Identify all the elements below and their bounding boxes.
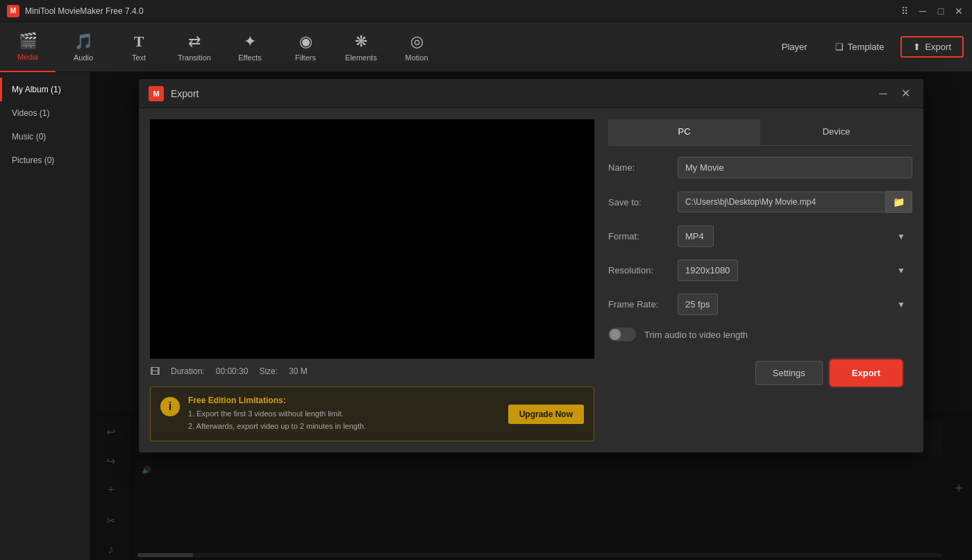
sidebar-item-music[interactable]: Music (0) — [0, 125, 90, 149]
content-area: on the timeline ↩ ↪ ＋ ✂ ♪ 🔊 — [90, 72, 972, 560]
media-icon: 🎬 — [19, 32, 37, 50]
sidebar: My Album (1) Videos (1) Music (0) Pictur… — [0, 72, 90, 560]
dialog-header: M Export ─ ✕ — [139, 79, 923, 108]
main-layout: My Album (1) Videos (1) Music (0) Pictur… — [0, 72, 972, 560]
resolution-row: Resolution: 1920x1080 1280x720 3840x2160… — [608, 260, 912, 281]
export-top-button[interactable]: ⬆ Export — [900, 36, 964, 58]
film-icon: 🎞 — [150, 366, 160, 377]
dialog-close-button[interactable]: ✕ — [897, 85, 914, 102]
toolbar-media-label: Media — [17, 53, 38, 61]
resolution-select[interactable]: 1920x1080 1280x720 3840x2160 — [678, 260, 738, 281]
format-label: Format: — [608, 231, 678, 241]
format-select[interactable]: MP4 AVI MOV MKV — [678, 226, 714, 247]
frame-rate-select-wrapper: 25 fps 30 fps 60 fps ▼ — [678, 294, 912, 315]
warning-line-1: 1. Export the first 3 videos without len… — [188, 408, 500, 421]
save-to-row: Save to: 📁 — [608, 191, 912, 213]
text-icon: T — [134, 33, 144, 51]
settings-panel: PC Device Name: Save to: — [608, 119, 912, 441]
settings-button[interactable]: Settings — [755, 361, 823, 385]
preview-info: 🎞 Duration: 00:00:30 Size: 30 M — [150, 366, 594, 377]
tab-device[interactable]: Device — [760, 119, 912, 145]
toolbar-elements-label: Elements — [345, 53, 377, 62]
save-to-input[interactable] — [678, 192, 886, 212]
toolbar-audio[interactable]: 🎵 Audio — [56, 22, 111, 72]
frame-rate-label: Frame Rate: — [608, 299, 678, 309]
sidebar-item-my-album[interactable]: My Album (1) — [0, 78, 90, 101]
dialog-body: 🎞 Duration: 00:00:30 Size: 30 M i Free E… — [139, 108, 923, 452]
sidebar-item-pictures[interactable]: Pictures (0) — [0, 149, 90, 172]
resolution-label: Resolution: — [608, 265, 678, 275]
minimize-button[interactable]: ─ — [916, 5, 929, 17]
audio-icon: 🎵 — [74, 33, 93, 51]
sidebar-item-videos[interactable]: Videos (1) — [0, 101, 90, 125]
hamburger-icon[interactable]: ⠿ — [898, 5, 911, 17]
toolbar-media[interactable]: 🎬 Media — [0, 22, 56, 72]
template-button[interactable]: ❑ Template — [827, 37, 893, 56]
app-title: MiniTool MovieMaker Free 7.4.0 — [25, 6, 144, 16]
transition-icon: ⇄ — [188, 33, 201, 51]
preview-video — [150, 119, 594, 359]
warning-icon: i — [160, 397, 180, 416]
export-top-label: Export — [925, 42, 951, 52]
toolbar-transition-label: Transition — [178, 53, 211, 62]
app-icon: M — [7, 5, 19, 17]
toolbar-effects-label: Effects — [238, 53, 261, 62]
dialog-app-icon: M — [149, 86, 164, 101]
format-select-wrapper: MP4 AVI MOV MKV ▼ — [678, 226, 912, 247]
toolbar-motion-label: Motion — [405, 53, 428, 62]
player-button[interactable]: Player — [771, 37, 819, 56]
warning-title: Free Edition Limitations: — [188, 396, 500, 405]
toolbar-motion[interactable]: ◎ Motion — [389, 22, 444, 72]
browse-button[interactable]: 📁 — [886, 191, 912, 213]
name-label: Name: — [608, 162, 678, 173]
toolbar-effects[interactable]: ✦ Effects — [222, 22, 278, 72]
dialog-title: Export — [171, 88, 868, 99]
size-value: 30 M — [289, 366, 308, 376]
resolution-chevron-icon: ▼ — [897, 266, 905, 275]
template-label: Template — [848, 42, 885, 52]
maximize-button[interactable]: □ — [935, 5, 947, 17]
title-bar: M MiniTool MovieMaker Free 7.4.0 ⠿ ─ □ ✕ — [0, 0, 972, 22]
format-chevron-icon: ▼ — [897, 232, 905, 241]
name-input[interactable] — [678, 157, 912, 178]
dialog-minimize-button[interactable]: ─ — [875, 85, 891, 102]
trim-audio-row: Trim audio to video length — [608, 328, 912, 341]
trim-audio-label: Trim audio to video length — [644, 330, 748, 340]
frame-rate-chevron-icon: ▼ — [897, 300, 905, 309]
duration-value: 00:00:30 — [216, 366, 249, 376]
toolbar: 🎬 Media 🎵 Audio T Text ⇄ Transition ✦ Ef… — [0, 22, 972, 72]
warning-line-2: 2. Afterwards, export video up to 2 minu… — [188, 421, 500, 433]
toolbar-text[interactable]: T Text — [111, 22, 167, 72]
warning-box: i Free Edition Limitations: 1. Export th… — [150, 387, 594, 441]
motion-icon: ◎ — [410, 33, 424, 51]
resolution-select-wrapper: 1920x1080 1280x720 3840x2160 ▼ — [678, 260, 912, 281]
export-dialog: M Export ─ ✕ 🎞 Duration: — [139, 79, 923, 452]
toolbar-audio-label: Audio — [74, 53, 93, 62]
frame-rate-select[interactable]: 25 fps 30 fps 60 fps — [678, 294, 718, 315]
toolbar-elements[interactable]: ❋ Elements — [333, 22, 389, 72]
export-tab-bar: PC Device — [608, 119, 912, 146]
tab-pc[interactable]: PC — [608, 119, 760, 145]
filters-icon: ◉ — [299, 33, 312, 51]
elements-icon: ❋ — [355, 33, 367, 51]
toolbar-transition[interactable]: ⇄ Transition — [167, 22, 222, 72]
toolbar-filters-label: Filters — [295, 53, 316, 62]
modal-overlay: M Export ─ ✕ 🎞 Duration: — [90, 72, 972, 560]
frame-rate-row: Frame Rate: 25 fps 30 fps 60 fps ▼ — [608, 294, 912, 315]
save-to-label: Save to: — [608, 197, 678, 207]
preview-panel: 🎞 Duration: 00:00:30 Size: 30 M i Free E… — [150, 119, 594, 441]
effects-icon: ✦ — [244, 33, 256, 51]
dialog-controls: ─ ✕ — [875, 85, 914, 102]
toolbar-filters[interactable]: ◉ Filters — [278, 22, 333, 72]
format-row: Format: MP4 AVI MOV MKV ▼ — [608, 226, 912, 247]
duration-label: Duration: — [171, 366, 205, 376]
toolbar-text-label: Text — [132, 53, 146, 62]
export-button[interactable]: Export — [831, 361, 901, 385]
trim-audio-toggle[interactable] — [608, 328, 636, 341]
size-label: Size: — [259, 366, 278, 376]
upgrade-now-button[interactable]: Upgrade Now — [508, 405, 584, 424]
template-icon: ❑ — [835, 42, 844, 52]
close-button[interactable]: ✕ — [953, 5, 965, 17]
dialog-footer: Settings Export — [608, 353, 912, 396]
name-row: Name: — [608, 157, 912, 178]
